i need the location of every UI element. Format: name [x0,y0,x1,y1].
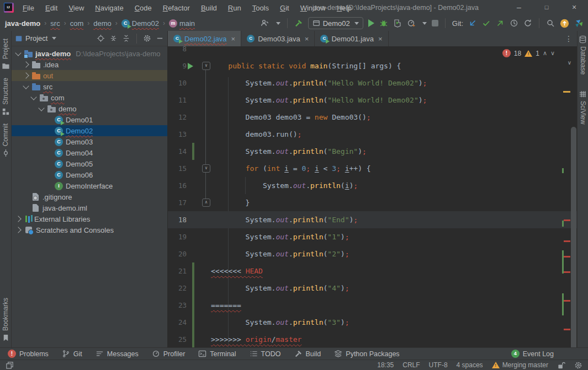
minimize-icon[interactable]: – [505,0,533,15]
line-number[interactable]: 23 [168,297,187,314]
code-line-15[interactable]: 15∨ for (int i = 0; i < 3; i++) { [168,160,577,177]
code-with-me-icon[interactable] [261,19,269,28]
tool-stripe-structure[interactable]: Structure [2,78,10,116]
code-editor[interactable]: 89∨ public static void main(String[] arg… [168,46,577,347]
settings-gear-icon[interactable] [143,34,151,42]
maximize-icon[interactable]: □ [533,0,560,15]
breadcrumb-item-com[interactable]: com [70,19,84,28]
expand-all-icon[interactable] [109,34,118,42]
error-stripe-mark[interactable] [564,240,570,242]
code-line-20[interactable]: 20 System.out.println("2"); [168,245,577,262]
menu-navigate[interactable]: Navigate [91,2,128,14]
menu-run[interactable]: Run [224,2,246,14]
editor-tab-demo01-java[interactable]: CDemo01.java× [315,31,388,46]
error-stripe-mark[interactable] [562,293,564,315]
tree-item-demo[interactable]: demo [12,103,167,114]
chevron-right-icon[interactable] [15,227,21,233]
line-ending-widget[interactable]: CRLF [402,361,420,369]
line-number[interactable]: 9 [168,57,187,74]
chevron-down-icon[interactable] [15,50,21,56]
error-stripe-mark[interactable] [562,168,564,173]
fold-marker-icon[interactable]: ∨ [202,62,210,70]
code-line-12[interactable]: 12 Demo03 demo03 = new Demo03(); [168,109,577,126]
code-line-21[interactable]: 21<<<<<<< HEAD [168,262,577,280]
tool-window-layout-icon[interactable] [6,361,14,369]
plugin-pinwheel-icon[interactable] [574,19,584,28]
tab-close-icon[interactable]: × [305,35,309,43]
run-line-icon[interactable] [188,63,193,69]
code-line-10[interactable]: 10 System.out.println("Hello World! Demo… [168,74,577,92]
code-line-17[interactable]: 17∧ } [168,194,577,211]
line-number[interactable]: 19 [168,228,187,245]
tree-item-external-libraries[interactable]: External Libraries [12,213,167,224]
chevron-down-icon[interactable] [23,83,29,89]
vcs-change-bar[interactable] [192,297,194,314]
tree-item-demo04[interactable]: CDemo04 [12,147,167,158]
chevron-right-icon[interactable] [23,72,29,78]
code-line-22[interactable]: 22 System.out.println("4"); [168,280,577,297]
tool-window-button-python-packages[interactable]: Python Packages [334,350,399,358]
error-stripe-mark[interactable] [564,329,570,330]
menu-edit[interactable]: Edit [41,2,62,14]
git-push-icon[interactable] [496,19,505,28]
inspection-profile-gear-icon[interactable] [574,361,582,369]
error-stripe-mark[interactable] [564,256,570,258]
git-update-icon[interactable] [468,19,477,28]
breadcrumb-item-demo02[interactable]: CDemo02 [121,19,159,28]
tool-stripe-commit[interactable]: Commit [2,124,10,157]
search-everywhere-icon[interactable] [546,19,555,28]
build-hammer-icon[interactable] [294,19,303,28]
line-number[interactable]: 14 [168,143,187,160]
tool-stripe-project[interactable]: Project [2,39,10,70]
line-number[interactable]: 13 [168,126,187,143]
error-stripe[interactable]: ∨ [561,46,577,347]
run-configuration-select[interactable]: Demo02 [308,17,363,29]
vcs-change-bar[interactable] [192,143,194,160]
tree-item-demo06[interactable]: CDemo06 [12,169,167,180]
inspections-widget[interactable]: ! 18 1 ∧ ∨ [502,49,555,57]
code-line-18[interactable]: 18 System.out.println("End"); [168,211,577,228]
collapse-all-icon[interactable] [122,34,130,42]
line-number[interactable]: 17 [168,194,187,211]
code-line-19[interactable]: 19 System.out.println("1"); [168,228,577,245]
line-number[interactable]: 25 [168,331,187,347]
line-number[interactable]: 11 [168,92,187,109]
error-stripe-mark[interactable] [564,219,570,221]
breadcrumb-item-java-demo[interactable]: java-demo [5,19,40,28]
tool-stripe-bookmarks[interactable]: Bookmarks [2,298,10,342]
line-number[interactable]: 12 [168,109,187,126]
profiler-button[interactable] [407,19,416,28]
tool-window-button-git[interactable]: Git [62,350,82,358]
run-with-coverage-button[interactable] [393,19,402,28]
breadcrumb-item-src[interactable]: src [50,19,60,28]
next-problem-icon[interactable]: ∨ [550,50,555,57]
tab-options-icon[interactable]: ⋮ [565,34,577,43]
line-number[interactable]: 18 [168,211,187,228]
error-stripe-mark[interactable] [564,300,570,302]
chevron-down-icon[interactable] [38,105,44,111]
error-stripe-mark[interactable] [562,221,564,227]
tool-window-button-terminal[interactable]: Terminal [198,350,236,358]
line-number[interactable]: 20 [168,245,187,262]
line-number[interactable]: 10 [168,74,187,92]
breadcrumb-item-demo[interactable]: demo [93,19,112,28]
tree-item-out[interactable]: out [12,70,167,81]
fold-marker-icon[interactable]: ∧ [202,199,210,207]
git-merge-status-widget[interactable]: Merging master [492,361,548,369]
code-line-16[interactable]: 16 System.out.println(i); [168,177,577,194]
encoding-widget[interactable]: UTF-8 [429,361,448,369]
tree-item--gitignore[interactable]: .gitignore [12,191,167,202]
line-number[interactable]: 21 [168,262,187,280]
vcs-change-bar[interactable] [192,280,194,297]
tree-item-demo05[interactable]: CDemo05 [12,158,167,169]
editor-scrollbar[interactable] [571,127,576,347]
code-line-25[interactable]: 25>>>>>>> origin/master [168,331,577,347]
menu-git[interactable]: Git [276,2,294,14]
locate-file-icon[interactable] [97,34,105,42]
vcs-change-bar[interactable] [192,262,194,280]
error-stripe-mark[interactable] [562,250,564,274]
fold-marker-icon[interactable]: ∨ [202,164,210,173]
stripe-chevron-icon[interactable]: ∨ [568,60,571,66]
stop-button[interactable] [432,20,438,26]
tree-item-scratches-and-consoles[interactable]: Scratches and Consoles [12,224,167,235]
